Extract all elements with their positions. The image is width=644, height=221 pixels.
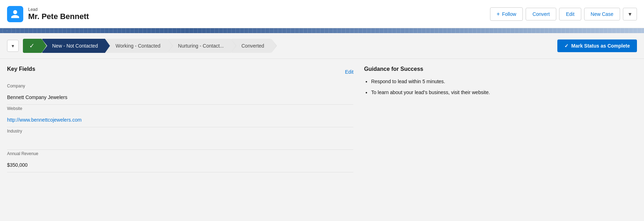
- step-new-not-contacted[interactable]: New - Not Contacted: [42, 39, 105, 53]
- guidance-title: Guidance for Success: [364, 66, 637, 72]
- checkmark-icon: ✓: [564, 43, 569, 49]
- website-value[interactable]: http://www.bennettcojewelers.com: [7, 117, 82, 123]
- step-label: New - Not Contacted: [52, 43, 98, 49]
- step-label: Converted: [241, 43, 264, 49]
- follow-label: Follow: [502, 11, 516, 17]
- company-row: Bennett Company Jewelers ✎: [7, 90, 353, 105]
- more-actions-dropdown[interactable]: ▼: [623, 8, 637, 20]
- chevron-down-icon: ▼: [627, 11, 632, 17]
- website-row: http://www.bennettcojewelers.com ✎: [7, 112, 353, 127]
- header-title-group: Lead Mr. Pete Bennett: [28, 7, 89, 21]
- key-fields-header: Key Fields Edit: [7, 66, 353, 78]
- step-label: Nurturing - Contact...: [178, 43, 224, 49]
- status-steps-dropdown[interactable]: ▾: [7, 40, 19, 52]
- convert-label: Convert: [532, 11, 550, 17]
- decorative-band: [0, 28, 644, 33]
- edit-label: Edit: [566, 11, 574, 17]
- company-field: Company Bennett Company Jewelers ✎: [7, 84, 353, 105]
- step-nurturing-contact[interactable]: Nurturing - Contact...: [168, 39, 231, 53]
- guidance-item-2: To learn about your lead’s business, vis…: [371, 89, 637, 96]
- step-label: Working - Contacted: [116, 43, 160, 49]
- new-case-button[interactable]: New Case: [584, 8, 620, 20]
- company-label: Company: [7, 84, 353, 88]
- annual-revenue-label: Annual Revenue: [7, 151, 353, 156]
- mark-complete-button[interactable]: ✓ Mark Status as Complete: [557, 39, 637, 52]
- chevron-down-icon: ▾: [12, 43, 14, 49]
- step-converted[interactable]: Converted: [231, 39, 271, 53]
- new-case-label: New Case: [591, 11, 614, 17]
- step-working-contacted[interactable]: Working - Contacted: [106, 39, 167, 53]
- plus-icon: +: [497, 11, 500, 17]
- edit-button[interactable]: Edit: [559, 8, 581, 20]
- header-left: Lead Mr. Pete Bennett: [7, 6, 89, 22]
- record-type-label: Lead: [28, 7, 89, 12]
- convert-button[interactable]: Convert: [526, 8, 556, 20]
- page-title: Mr. Pete Bennett: [28, 12, 89, 21]
- industry-row: ✎: [7, 135, 353, 150]
- guidance-panel: Guidance for Success Respond to lead wit…: [364, 66, 637, 193]
- person-icon: [10, 9, 20, 19]
- check-icon: ✓: [29, 42, 35, 50]
- header-actions: + Follow Convert Edit New Case ▼: [490, 7, 637, 21]
- annual-revenue-row: $350,000 ✎: [7, 158, 353, 172]
- annual-revenue-field: Annual Revenue $350,000 ✎: [7, 151, 353, 172]
- key-fields-title: Key Fields: [7, 66, 35, 72]
- avatar: [7, 6, 23, 22]
- page-header: Lead Mr. Pete Bennett + Follow Convert E…: [0, 0, 644, 28]
- industry-field: Industry ✎: [7, 129, 353, 150]
- industry-label: Industry: [7, 129, 353, 134]
- follow-button[interactable]: + Follow: [490, 7, 523, 21]
- status-steps: ✓ New - Not Contacted Working - Contacte…: [23, 39, 552, 53]
- website-label: Website: [7, 106, 353, 111]
- key-fields-panel: Key Fields Edit Company Bennett Company …: [7, 66, 353, 193]
- step-completed[interactable]: ✓: [23, 39, 42, 53]
- company-value: Bennett Company Jewelers: [7, 94, 67, 100]
- website-field: Website http://www.bennettcojewelers.com…: [7, 106, 353, 127]
- content-area: Key Fields Edit Company Bennett Company …: [0, 59, 644, 200]
- key-fields-edit-link[interactable]: Edit: [345, 69, 353, 75]
- annual-revenue-value: $350,000: [7, 162, 27, 168]
- guidance-list: Respond to lead within 5 minutes. To lea…: [364, 78, 637, 96]
- mark-complete-label: Mark Status as Complete: [571, 43, 630, 49]
- guidance-item-1: Respond to lead within 5 minutes.: [371, 78, 637, 85]
- status-bar: ▾ ✓ New - Not Contacted Working - Contac…: [0, 33, 644, 59]
